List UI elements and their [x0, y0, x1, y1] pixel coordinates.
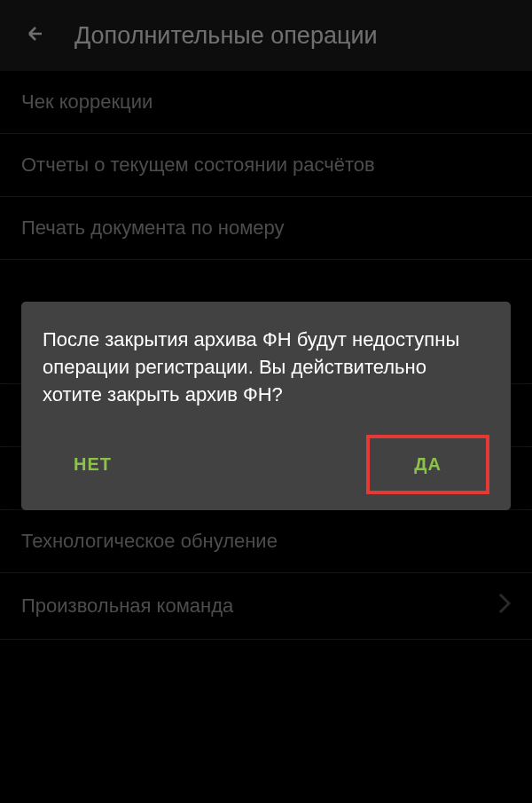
confirm-dialog: После закрытия архива ФН будут недоступн… — [21, 302, 511, 510]
no-button[interactable]: НЕТ — [43, 442, 143, 487]
dialog-message: После закрытия архива ФН будут недоступн… — [43, 327, 489, 408]
dialog-actions: НЕТ ДА — [43, 435, 489, 494]
yes-button[interactable]: ДА — [366, 435, 489, 494]
